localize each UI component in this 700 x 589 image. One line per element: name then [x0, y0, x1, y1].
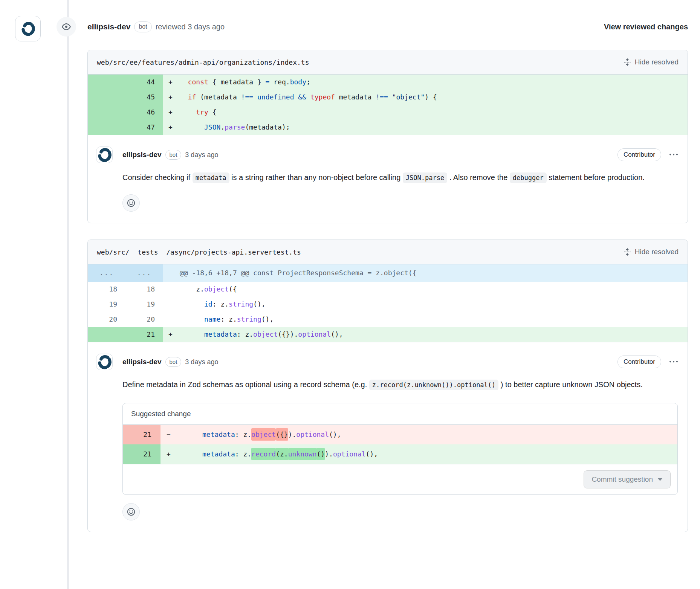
code-token: (z.: [276, 448, 288, 460]
contributor-badge: Contributor: [617, 356, 661, 368]
line-number-cell: 20: [125, 312, 163, 327]
code-token: : z.: [220, 315, 237, 323]
diff-cell: name: z.string(),: [180, 312, 688, 327]
suggested-change-block: Suggested change 21− metadata: z.object(…: [122, 403, 678, 495]
code-token: metadata: [202, 430, 235, 438]
code-token: !==: [241, 93, 254, 101]
diff-cell: +: [163, 75, 180, 90]
code-token: object: [253, 330, 278, 338]
diff-block: 44+ const { metadata } = req.body;45+ if…: [88, 75, 688, 135]
code-token: [180, 108, 196, 116]
line-number-cell: [88, 75, 125, 90]
comment-text: . Also remove the: [447, 173, 510, 182]
diff-line-row: 1818 z.object({: [88, 282, 688, 297]
code-token: const: [188, 78, 208, 86]
diff-cell: if (metadata !== undefined && typeof met…: [180, 90, 688, 105]
pull-request-review-thread: ellipsis-dev bot reviewed 3 days ago Vie…: [0, 0, 700, 589]
fold-icon: [624, 248, 631, 256]
review-thread-card: web/src/__tests__/async/projects-api.ser…: [87, 240, 688, 532]
suggestion-line-row: 21+ metadata: z.record(z.unknown()).opti…: [123, 444, 677, 464]
code-token: try: [196, 108, 208, 116]
comment-author[interactable]: ellipsis-dev: [122, 151, 162, 159]
code-token: optional: [333, 450, 366, 458]
reviewer-name[interactable]: ellipsis-dev: [87, 22, 130, 31]
code-token: parse: [225, 123, 245, 131]
code-token: record: [251, 448, 276, 460]
diff-cell: [163, 312, 180, 327]
diff-cell: metadata: z.object({}).optional(),: [180, 327, 688, 342]
ellipsis-dev-logo: [20, 21, 35, 36]
diff-line-row: 44+ const { metadata } = req.body;: [88, 75, 688, 90]
comment-timestamp[interactable]: 3 days ago: [185, 358, 218, 366]
suggested-change-title: Suggested change: [123, 403, 677, 425]
comment-body: Define metadata in Zod schemas as option…: [122, 376, 678, 393]
kebab-menu-button[interactable]: [669, 358, 678, 366]
code-token: ).: [288, 430, 297, 438]
hide-resolved-button[interactable]: Hide resolved: [624, 248, 679, 256]
comment-avatar[interactable]: [96, 354, 113, 370]
code-token: typeof: [310, 93, 335, 101]
diff-cell: [163, 297, 180, 312]
line-number-cell: ...: [88, 264, 125, 282]
ellipsis-dev-logo: [97, 354, 112, 369]
commit-suggestion-label: Commit suggestion: [591, 475, 653, 484]
eye-icon: [62, 22, 71, 31]
line-number-cell: [88, 90, 125, 105]
file-path-link[interactable]: web/src/ee/features/admin-api/organizati…: [97, 58, 309, 66]
bot-badge: bot: [165, 150, 182, 160]
code-token: body: [290, 78, 306, 86]
file-header: web/src/__tests__/async/projects-api.ser…: [88, 240, 688, 264]
diff-cell: z.object({: [180, 282, 688, 297]
add-reaction-button[interactable]: [122, 503, 140, 520]
code-token: z.: [180, 285, 204, 293]
comment-text: Define metadata in Zod schemas as option…: [122, 380, 369, 389]
comment-text: statement before production.: [547, 173, 645, 182]
diff-line-row: 46+ try {: [88, 105, 688, 120]
chevron-down-icon: [657, 478, 663, 481]
code-token: metadata: [204, 330, 237, 338]
reviewer-avatar[interactable]: [15, 16, 41, 41]
code-token: [178, 450, 202, 458]
eye-badge: [57, 17, 76, 37]
code-token: (),: [366, 450, 378, 458]
comment-text: ) to better capture unknown JSON objects…: [498, 380, 642, 389]
timeline-line: [67, 0, 69, 589]
file-path-link[interactable]: web/src/__tests__/async/projects-api.ser…: [97, 248, 301, 256]
kebab-horizontal-icon: [669, 151, 678, 159]
review-comment: ellipsis-dev bot 3 days ago Contributor …: [88, 342, 688, 532]
code-token: [253, 93, 257, 101]
comment-timestamp[interactable]: 3 days ago: [185, 151, 218, 159]
diff-cell: metadata: z.record(z.unknown()).optional…: [178, 444, 677, 464]
code-token: !==: [376, 93, 388, 101]
line-number-cell: 20: [88, 312, 125, 327]
code-token: ({}).: [278, 330, 298, 338]
code-token: (),: [253, 300, 266, 308]
review-cards-column: web/src/ee/features/admin-api/organizati…: [87, 50, 688, 532]
diff-line-row: 21+ metadata: z.object({}).optional(),: [88, 327, 688, 342]
line-number-cell: 47: [125, 120, 163, 135]
kebab-menu-button[interactable]: [669, 151, 678, 159]
view-reviewed-changes-link[interactable]: View reviewed changes: [604, 23, 688, 31]
commit-suggestion-button[interactable]: Commit suggestion: [584, 470, 671, 488]
code-token: if: [188, 93, 196, 101]
diff-line-row: 1919 id: z.string(),: [88, 297, 688, 312]
line-number-cell: 21: [125, 327, 163, 342]
code-token: object: [251, 428, 276, 441]
code-token: string: [237, 315, 261, 323]
add-reaction-button[interactable]: [122, 194, 140, 212]
hide-resolved-label: Hide resolved: [635, 248, 679, 256]
code-token: [180, 123, 204, 131]
comment-avatar[interactable]: [96, 146, 113, 163]
code-token: name: [204, 315, 220, 323]
inline-code: JSON.parse: [403, 172, 447, 183]
comment-author[interactable]: ellipsis-dev: [122, 358, 162, 366]
code-token: ({: [229, 285, 237, 293]
code-token: ).: [325, 450, 333, 458]
review-header: ellipsis-dev bot reviewed 3 days ago Vie…: [57, 17, 688, 37]
code-token: ) {: [425, 93, 437, 101]
code-token: (),: [261, 315, 274, 323]
diff-cell: +: [163, 327, 180, 342]
code-token: { metadata }: [208, 78, 266, 86]
file-header: web/src/ee/features/admin-api/organizati…: [88, 50, 688, 75]
hide-resolved-button[interactable]: Hide resolved: [624, 58, 679, 66]
